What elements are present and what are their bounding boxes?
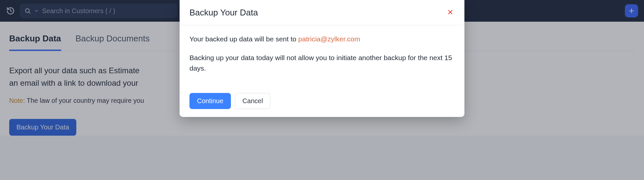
modal-intro-text: Your backed up data will be sent to [189, 35, 298, 43]
modal-header: Backup Your Data [180, 0, 464, 25]
close-icon[interactable] [446, 7, 455, 18]
modal-intro-line: Your backed up data will be sent to patr… [189, 34, 455, 45]
modal-warning-text: Backing up your data today will not allo… [189, 53, 455, 74]
cancel-button[interactable]: Cancel [235, 93, 270, 109]
modal-body: Your backed up data will be sent to patr… [180, 25, 464, 87]
backup-modal: Backup Your Data Your backed up data wil… [180, 0, 464, 117]
continue-button[interactable]: Continue [189, 93, 231, 109]
modal-footer: Continue Cancel [180, 87, 464, 117]
modal-title: Backup Your Data [189, 8, 258, 18]
modal-email: patricia@zylker.com [298, 35, 360, 43]
